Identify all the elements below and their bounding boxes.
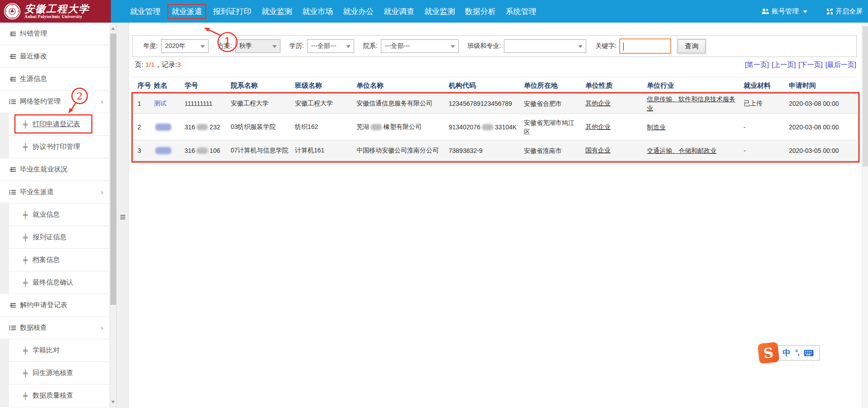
table-cell: 已上传 xyxy=(744,93,789,114)
sidebar-scrollbar[interactable] xyxy=(109,23,116,408)
cell-text: 73893832-9 xyxy=(449,147,483,154)
cell-text: 111111111 xyxy=(185,100,213,107)
sidebar-item-label: 网络签约管理 xyxy=(20,97,61,106)
table-cell: 制造业 xyxy=(647,114,744,140)
sidebar-item[interactable]: 毕业生就业状况 xyxy=(0,158,109,181)
sidebar-item[interactable]: ╪最终信息确认 xyxy=(0,271,109,294)
university-name-cn: 安徽工程大学 xyxy=(24,4,90,14)
column-header: 序号 xyxy=(133,78,154,93)
ime-chinese-mode[interactable]: 中 xyxy=(783,347,791,358)
sidebar-item[interactable]: ╪学籍比对 xyxy=(0,339,109,362)
topnav-item[interactable]: 系统管理 xyxy=(501,5,541,18)
cell-text: 安徽省芜湖市鸠江区 xyxy=(524,118,577,136)
keyboard-icon[interactable] xyxy=(804,350,814,356)
topnav-item[interactable]: 就业管理 xyxy=(125,5,166,18)
ime-punctuation[interactable]: °, xyxy=(795,349,799,357)
sidebar-item[interactable]: ╪协议书打印管理 xyxy=(0,136,109,158)
sidebar-item-label: 最近修改 xyxy=(20,52,47,61)
menu-list-icon xyxy=(9,190,16,195)
cell-text: 2 xyxy=(138,123,141,131)
panel-splitter[interactable] xyxy=(116,23,129,408)
cell-text: 芜湖 xyxy=(356,123,369,131)
redacted-text xyxy=(370,124,382,130)
sidebar-item[interactable]: ╪回生源地核查 xyxy=(0,362,109,384)
fullscreen-button[interactable]: 开启全屏 xyxy=(826,7,863,16)
sidebar-item[interactable]: ╪报到证信息 xyxy=(0,226,109,249)
sidebar-item[interactable]: ╪打印申请登记表 xyxy=(0,113,109,136)
topnav-item[interactable]: 就业办公 xyxy=(338,5,379,18)
sidebar-scrollbar-thumb[interactable] xyxy=(110,33,116,305)
pagination-info: 页: 1/1，记录:3 xyxy=(135,61,181,69)
topnav-item[interactable]: 就业调查 xyxy=(379,5,419,18)
topbar-right: 账号管理 开启全屏 xyxy=(761,0,863,23)
fullscreen-label: 开启全屏 xyxy=(835,7,863,16)
table-cell: 中国移动安徽公司淮南分公司 xyxy=(356,140,449,161)
redacted-text xyxy=(196,147,208,154)
topnav-item[interactable]: 报到证打印 xyxy=(208,5,256,18)
table-row: 231623203纺织服装学院纺织162芜湖橡塑有限公司913402076331… xyxy=(133,114,857,140)
student-name-link[interactable]: 测试 xyxy=(154,100,166,108)
cell-text: 其他企业 xyxy=(585,100,611,108)
table-cell: 交通运输、仓储和邮政业 xyxy=(647,140,744,161)
sidebar-item[interactable]: 毕业生派遣› xyxy=(0,181,109,204)
topnav-item[interactable]: 就业监测 xyxy=(256,5,297,18)
sidebar-item[interactable]: ╪就业信息 xyxy=(0,204,109,226)
keyword-input[interactable] xyxy=(619,38,671,54)
table-cell: 安徽省淮南市 xyxy=(524,140,585,161)
cell-text: 123456789123456789 xyxy=(449,100,512,107)
ime-toolbar[interactable]: S 中 °, xyxy=(759,343,820,363)
redacted-text xyxy=(155,147,171,154)
main-scrollbar-thumb[interactable] xyxy=(863,26,868,166)
cell-text: 安徽工程大学 xyxy=(295,100,333,108)
topnav-item[interactable]: 就业监测 xyxy=(419,5,460,18)
topnav-item[interactable]: 数据分析 xyxy=(460,5,501,18)
pagination-link[interactable]: [第一页] xyxy=(745,61,769,68)
cell-text: 316 xyxy=(185,123,195,131)
pagination-link[interactable]: [下一页] xyxy=(798,61,822,68)
table-cell: 1 xyxy=(133,93,154,114)
submenu-item-icon: ╪ xyxy=(22,369,29,377)
cell-text: 安徽省淮南市 xyxy=(524,146,562,155)
class-major-label: 班级和专业: xyxy=(468,42,501,50)
sidebar-item[interactable]: 最近修改 xyxy=(0,45,109,68)
sogou-logo-icon[interactable]: S xyxy=(758,342,779,364)
sidebar-item-label: 打印申请登记表 xyxy=(33,120,80,128)
department-select[interactable]: ---全部--- xyxy=(381,39,459,53)
class-major-select[interactable] xyxy=(504,39,586,53)
scroll-up-icon xyxy=(111,25,115,30)
sidebar-item[interactable]: 纠错管理 xyxy=(0,23,109,45)
main-scrollbar[interactable] xyxy=(862,23,868,408)
year-select[interactable]: 2020年 xyxy=(161,39,209,53)
topnav-item[interactable]: 就业市场 xyxy=(297,5,338,18)
chevron-right-icon: › xyxy=(100,324,104,332)
sidebar-item[interactable]: ╪档案信息 xyxy=(0,249,109,271)
pagination-link[interactable]: [上一页] xyxy=(772,61,796,68)
plan-select[interactable]: 秋季 xyxy=(235,39,280,53)
sidebar-item[interactable]: 网络签约管理› xyxy=(0,90,109,113)
sidebar-item-label: 就业信息 xyxy=(33,210,60,219)
sidebar-item-label: 档案信息 xyxy=(33,256,60,264)
sidebar-item[interactable]: 解约申请登记表 xyxy=(0,294,109,317)
search-button[interactable]: 查询 xyxy=(678,39,706,53)
account-menu[interactable]: 账号管理 xyxy=(761,7,807,16)
sidebar-item-label: 数据核查 xyxy=(20,323,47,332)
sidebar-item[interactable]: 数据核查› xyxy=(0,317,109,339)
table-cell: 2020-03-08 00:00 xyxy=(789,114,857,140)
table-cell: - xyxy=(744,140,789,161)
scroll-down-icon xyxy=(111,401,115,405)
pagination-link[interactable]: [最后一页] xyxy=(825,61,856,68)
redacted-text xyxy=(155,123,171,131)
table-cell: 91340207633104K xyxy=(449,114,524,140)
table-cell: 安徽工程大学 xyxy=(231,93,295,114)
degree-select[interactable]: ---全部--- xyxy=(307,39,354,53)
top-navigation: 就业管理就业派遣报到证打印就业监测就业市场就业办公就业调查就业监测数据分析系统管… xyxy=(125,0,541,23)
table-cell: 316106 xyxy=(185,140,231,161)
sidebar-item-label: 毕业生就业状况 xyxy=(20,165,67,174)
table-cell: 安徽省合肥市 xyxy=(524,93,585,114)
sidebar-item-label: 数据质量核查 xyxy=(33,391,73,400)
menu-outdent-icon xyxy=(9,31,16,37)
sidebar-item[interactable]: ╪数据质量核查 xyxy=(0,384,109,407)
submenu-item-icon: ╪ xyxy=(22,346,29,354)
sidebar-item[interactable]: 生源信息 xyxy=(0,68,109,90)
topnav-item[interactable]: 就业派遣 xyxy=(167,4,206,19)
